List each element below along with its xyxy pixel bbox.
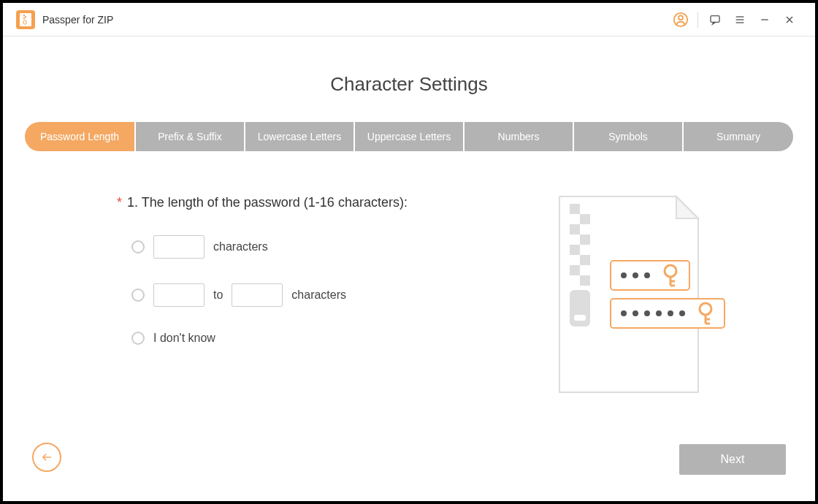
svg-point-36	[656, 310, 662, 316]
option-exact-length: characters	[131, 235, 523, 259]
menu-icon[interactable]	[727, 7, 752, 32]
svg-rect-14	[570, 204, 580, 214]
range-to-input[interactable]	[232, 283, 283, 307]
page-title: Character Settings	[330, 73, 487, 96]
exact-length-input[interactable]	[153, 235, 204, 259]
svg-rect-20	[570, 265, 580, 275]
svg-rect-1	[23, 15, 25, 16]
tab-password-length[interactable]: Password Length	[25, 122, 134, 151]
exact-suffix: characters	[213, 240, 268, 253]
app-title: Passper for ZIP	[42, 14, 113, 26]
svg-rect-17	[580, 234, 590, 245]
svg-point-25	[621, 272, 627, 278]
svg-point-27	[644, 272, 650, 278]
svg-rect-18	[570, 245, 580, 255]
feedback-icon[interactable]	[703, 7, 727, 32]
radio-unknown[interactable]	[131, 332, 145, 345]
tab-symbols[interactable]: Symbols	[574, 122, 682, 151]
unknown-label: I don't know	[153, 332, 215, 345]
range-mid: to	[213, 289, 223, 302]
svg-rect-23	[574, 315, 586, 321]
option-unknown: I don't know	[131, 332, 523, 345]
close-button[interactable]	[777, 7, 802, 32]
minimize-button[interactable]	[752, 7, 777, 32]
svg-point-33	[621, 310, 627, 316]
required-asterisk: *	[117, 195, 122, 210]
svg-rect-21	[580, 275, 590, 286]
question-text: 1. The length of the password (1-16 char…	[127, 195, 408, 210]
svg-point-35	[644, 310, 650, 316]
tab-summary[interactable]: Summary	[684, 122, 793, 151]
svg-point-26	[632, 272, 638, 278]
tab-prefix-suffix[interactable]: Prefix & Suffix	[136, 122, 244, 151]
svg-rect-19	[580, 255, 590, 265]
svg-rect-3	[23, 18, 25, 19]
tab-numbers[interactable]: Numbers	[465, 122, 573, 151]
svg-rect-15	[580, 214, 590, 224]
radio-range[interactable]	[131, 289, 145, 302]
back-button[interactable]	[32, 443, 61, 472]
svg-rect-2	[25, 16, 26, 18]
form-panel: * 1. The length of the password (1-16 ch…	[117, 195, 523, 399]
next-button[interactable]: Next	[679, 444, 786, 475]
tab-uppercase[interactable]: Uppercase Letters	[355, 122, 463, 151]
settings-tabs: Password Length Prefix & Suffix Lowercas…	[25, 122, 793, 151]
svg-point-37	[668, 310, 673, 316]
tab-lowercase[interactable]: Lowercase Letters	[245, 122, 353, 151]
svg-point-6	[679, 15, 683, 20]
title-bar: Passper for ZIP	[3, 3, 815, 37]
svg-rect-16	[570, 224, 580, 234]
question-label: * 1. The length of the password (1-16 ch…	[117, 195, 523, 210]
range-from-input[interactable]	[153, 283, 204, 307]
option-range-length: to characters	[131, 283, 523, 307]
svg-point-38	[679, 310, 685, 316]
svg-rect-7	[711, 15, 719, 22]
svg-rect-22	[570, 290, 590, 327]
radio-exact[interactable]	[131, 240, 145, 253]
svg-point-34	[632, 310, 638, 316]
user-account-icon[interactable]	[668, 7, 693, 32]
range-suffix: characters	[291, 289, 346, 302]
titlebar-divider	[697, 12, 698, 28]
app-icon	[16, 10, 35, 29]
zip-password-illustration	[552, 195, 771, 399]
